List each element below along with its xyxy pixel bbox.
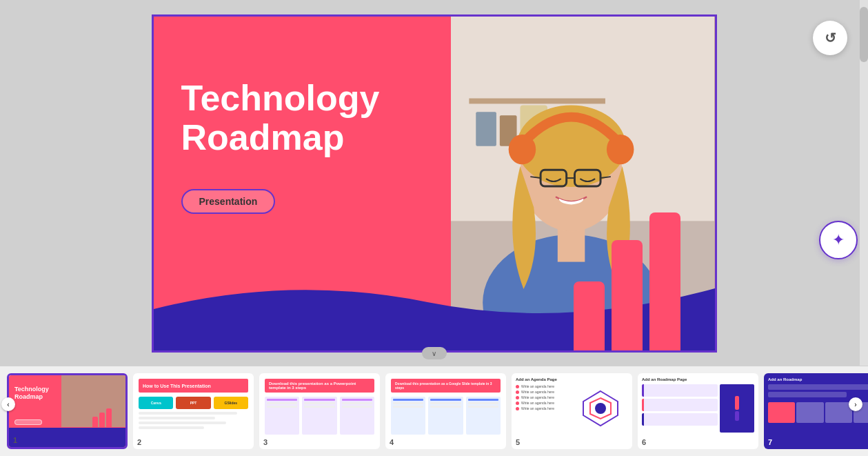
red-bar-short xyxy=(574,281,605,350)
thumbnail-2[interactable]: How to Use This Presentation Canva PPT G… xyxy=(133,373,254,449)
nav-left-icon: ‹ xyxy=(7,401,9,408)
thumbnail-3[interactable]: Download this presentation as a Powerpoi… xyxy=(259,373,380,449)
scrollbar-thumb[interactable] xyxy=(860,7,868,62)
thumbnail-5[interactable]: Add an Agenda Page Write an agenda here … xyxy=(512,373,632,449)
red-bar-tall xyxy=(649,212,680,350)
thumb4-number: 4 xyxy=(390,438,394,446)
thumb2-logo-ppt: PPT xyxy=(190,401,197,405)
slide-title: Technology Roadmap xyxy=(181,79,380,157)
thumbnail-strip: ‹ Technology Roadmap 1 xyxy=(0,366,868,456)
thumb2-number: 2 xyxy=(137,438,141,446)
thumb3-number: 3 xyxy=(263,438,268,446)
refresh-button[interactable]: ↺ xyxy=(813,21,847,55)
refresh-icon: ↺ xyxy=(825,30,836,46)
thumbnail-7[interactable]: Add an Roadmap 7 xyxy=(764,373,868,449)
thumb2-logo-canva: Canva xyxy=(151,401,161,405)
thumbnail-6[interactable]: Add an Roadmap Page 6 xyxy=(638,373,758,449)
chevron-down-icon: ∨ xyxy=(432,350,436,357)
slides-nav-left-button[interactable]: ‹ xyxy=(1,397,15,411)
red-bars xyxy=(574,212,680,350)
svg-point-19 xyxy=(595,403,606,414)
thumb1-number: 1 xyxy=(13,436,17,444)
svg-rect-3 xyxy=(476,112,496,146)
presentation-button-label: Presentation xyxy=(199,196,258,207)
svg-rect-2 xyxy=(469,98,605,103)
svg-point-10 xyxy=(508,134,536,163)
thumb6-header: Add an Roadmap Page xyxy=(642,377,754,381)
thumb5-item1: Write an agenda here xyxy=(521,384,554,388)
presentation-button[interactable]: Presentation xyxy=(181,189,276,214)
slide-title-line1: Technology xyxy=(181,79,380,118)
thumb1-title-line1: Technology xyxy=(14,386,49,393)
slides-nav-right-button[interactable]: › xyxy=(849,397,862,411)
thumb5-header: Add an Agenda Page xyxy=(516,377,628,381)
nav-right-icon: › xyxy=(854,401,856,408)
thumb7-header: Add an Roadmap xyxy=(768,377,868,381)
thumb5-number: 5 xyxy=(516,438,520,446)
thumb2-header: How to Use This Presentation xyxy=(143,384,211,388)
slide-title-line2: Roadmap xyxy=(181,118,380,157)
thumb6-number: 6 xyxy=(642,438,646,446)
thumb5-item3: Write an agenda here xyxy=(521,395,554,399)
main-canvas: ↺ xyxy=(0,0,868,366)
collapse-panel-button[interactable]: ∨ xyxy=(422,347,447,359)
thumb4-header: Download this presentation as a Google S… xyxy=(395,381,496,390)
ai-sparkle-button[interactable]: ✦ xyxy=(819,221,858,259)
thumb5-diagram xyxy=(580,388,621,429)
red-bar-medium xyxy=(612,240,643,350)
thumb7-number: 7 xyxy=(768,438,772,446)
sparkle-icon: ✦ xyxy=(832,231,845,249)
vertical-scrollbar[interactable] xyxy=(860,0,868,366)
thumb1-title-line2: Roadmap xyxy=(14,393,49,401)
thumb2-logo-gslides: GSlides xyxy=(225,401,238,405)
thumb3-header: Download this presentation as a Powerpoi… xyxy=(269,381,370,390)
thumbnail-1[interactable]: Technology Roadmap 1 xyxy=(7,373,128,449)
slide-frame: Technology Roadmap Presentation xyxy=(152,14,717,353)
thumbnail-4[interactable]: Download this presentation as a Google S… xyxy=(385,373,506,449)
thumb5-item4: Write an agenda here xyxy=(521,401,554,405)
thumb5-item5: Write an agenda here xyxy=(521,406,554,410)
svg-point-11 xyxy=(606,134,634,163)
thumb5-item2: Write an agenda here xyxy=(521,390,554,394)
